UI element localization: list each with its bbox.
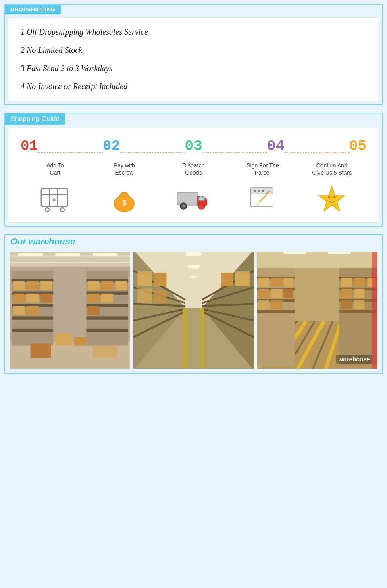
shopping-guide-tab: Shopping Guide bbox=[5, 113, 65, 125]
svg-rect-122 bbox=[341, 278, 352, 287]
svg-text:$: $ bbox=[122, 199, 126, 207]
connector-4 bbox=[284, 152, 349, 153]
warehouse-svg-1 bbox=[10, 252, 130, 369]
svg-rect-59 bbox=[88, 294, 100, 303]
dropship-item-3: 3 Fast Send 2 to 3 Workdays bbox=[21, 64, 366, 73]
dropship-item-1: 1 Off Dropshipping Wholesales Service bbox=[21, 27, 366, 37]
svg-rect-109 bbox=[258, 278, 270, 287]
svg-point-18 bbox=[254, 190, 256, 192]
svg-rect-64 bbox=[30, 344, 51, 358]
svg-rect-58 bbox=[115, 281, 127, 290]
step-label-5: Confirm AndGive Us 5 Stars bbox=[312, 162, 352, 176]
svg-rect-95 bbox=[328, 252, 350, 254]
svg-rect-112 bbox=[258, 289, 270, 298]
sign-parcel-icon bbox=[247, 184, 279, 213]
warehouse-svg-2 bbox=[133, 252, 254, 369]
svg-rect-90 bbox=[235, 272, 250, 286]
svg-point-13 bbox=[182, 205, 185, 207]
svg-rect-116 bbox=[271, 300, 283, 309]
svg-rect-65 bbox=[93, 346, 118, 358]
svg-rect-115 bbox=[258, 300, 270, 309]
warehouse-image-2 bbox=[133, 252, 254, 369]
warehouse-content: warehouse bbox=[5, 248, 382, 373]
svg-point-19 bbox=[258, 190, 260, 192]
svg-rect-63 bbox=[74, 337, 87, 346]
svg-marker-25 bbox=[319, 186, 345, 211]
svg-rect-89 bbox=[154, 290, 166, 303]
step-block-2: Pay withEscrow bbox=[93, 162, 156, 181]
svg-point-5 bbox=[60, 208, 64, 212]
svg-rect-94 bbox=[284, 252, 306, 254]
svg-rect-47 bbox=[40, 294, 52, 303]
connector-3 bbox=[202, 152, 267, 153]
connector-2 bbox=[120, 152, 185, 153]
dropshipping-tab: DROPSHIPPING bbox=[5, 5, 61, 14]
svg-point-83 bbox=[189, 276, 198, 278]
svg-rect-44 bbox=[40, 281, 52, 290]
step-number-2: 02 bbox=[103, 138, 120, 154]
svg-rect-125 bbox=[341, 289, 352, 298]
svg-rect-93 bbox=[257, 252, 377, 268]
step-icon-block-4 bbox=[231, 184, 294, 213]
svg-rect-42 bbox=[13, 281, 25, 290]
dropship-item-4: 4 No Invoice or Receipt Included bbox=[21, 82, 366, 91]
step-label-1: Add ToCart bbox=[46, 162, 64, 176]
step-block-3: DispatchGoods bbox=[162, 162, 225, 181]
shopping-guide-section: Shopping Guide 01 02 03 04 05 Add ToCart… bbox=[4, 113, 383, 227]
svg-rect-113 bbox=[271, 289, 283, 298]
step-number-1: 01 bbox=[21, 138, 38, 154]
svg-rect-49 bbox=[26, 306, 39, 315]
step-label-3: DispatchGoods bbox=[183, 162, 204, 176]
step-numbers-row: 01 02 03 04 05 bbox=[21, 138, 366, 158]
svg-rect-86 bbox=[137, 272, 152, 286]
svg-rect-60 bbox=[101, 294, 114, 303]
svg-rect-11 bbox=[177, 192, 198, 205]
step-number-5: 05 bbox=[349, 138, 366, 154]
step-icon-block-1 bbox=[24, 184, 86, 213]
cart-icon bbox=[39, 184, 71, 213]
svg-rect-123 bbox=[354, 278, 365, 287]
shopping-guide-content: 01 02 03 04 05 Add ToCart Pay withEscrow… bbox=[8, 128, 379, 223]
svg-rect-121 bbox=[339, 310, 377, 313]
svg-rect-32 bbox=[18, 253, 43, 256]
svg-rect-108 bbox=[257, 310, 295, 313]
warehouse-image-3: warehouse bbox=[257, 252, 377, 369]
truck-icon bbox=[175, 184, 212, 213]
step-number-3: 03 bbox=[185, 138, 202, 154]
dropshipping-section: DROPSHIPPING 1 Off Dropshipping Wholesal… bbox=[4, 4, 383, 105]
step-block-4: Sign For TheParcel bbox=[231, 162, 294, 181]
svg-rect-34 bbox=[93, 253, 118, 256]
svg-rect-88 bbox=[137, 289, 152, 303]
step-number-4: 04 bbox=[267, 138, 284, 154]
svg-rect-43 bbox=[26, 281, 39, 290]
svg-rect-33 bbox=[55, 253, 80, 256]
svg-point-20 bbox=[262, 190, 264, 192]
svg-rect-114 bbox=[284, 289, 293, 298]
step-label-2: Pay withEscrow bbox=[114, 162, 135, 176]
svg-rect-128 bbox=[354, 300, 365, 309]
dropshipping-list: 1 Off Dropshipping Wholesales Service 2 … bbox=[21, 27, 366, 91]
warehouse-svg-3 bbox=[257, 252, 377, 369]
svg-rect-126 bbox=[354, 289, 365, 298]
dropshipping-content: 1 Off Dropshipping Wholesales Service 2 … bbox=[8, 17, 379, 101]
warehouse-images-row: warehouse bbox=[8, 250, 379, 370]
moneybag-icon: $ bbox=[108, 184, 140, 213]
svg-point-15 bbox=[200, 205, 203, 207]
svg-point-82 bbox=[187, 265, 200, 269]
svg-rect-110 bbox=[271, 278, 283, 287]
svg-point-27 bbox=[333, 196, 336, 198]
star-icon bbox=[316, 184, 348, 213]
svg-rect-62 bbox=[55, 333, 72, 346]
step-labels-row: Add ToCart Pay withEscrow DispatchGoods … bbox=[21, 162, 366, 181]
svg-rect-41 bbox=[12, 329, 53, 332]
step-label-4: Sign For TheParcel bbox=[246, 162, 279, 176]
step-icon-block-3 bbox=[162, 184, 225, 213]
step-icon-block-5 bbox=[301, 184, 363, 213]
svg-rect-91 bbox=[221, 273, 233, 286]
svg-rect-85 bbox=[201, 308, 204, 369]
warehouse-section: Our warehouse bbox=[4, 234, 383, 374]
svg-rect-87 bbox=[154, 273, 166, 286]
warehouse-label: warehouse bbox=[336, 355, 372, 364]
svg-rect-57 bbox=[101, 281, 114, 290]
svg-point-81 bbox=[185, 252, 202, 256]
